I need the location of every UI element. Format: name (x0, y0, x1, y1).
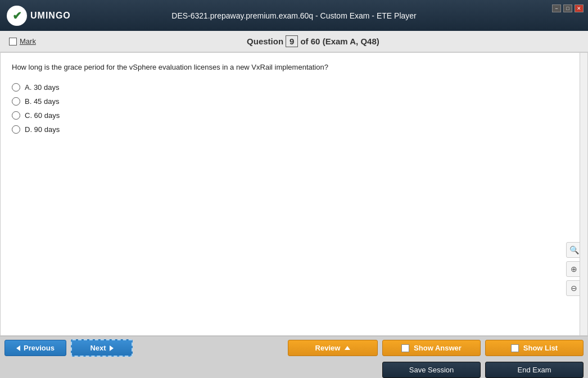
option-item[interactable]: C. 60 days (12, 111, 576, 120)
logo-area: ✔ UMINGO (7, 6, 71, 26)
window-controls: − □ ✕ (552, 4, 584, 12)
close-button[interactable]: ✕ (575, 4, 584, 12)
check-icon: ✔ (12, 9, 22, 22)
next-label: Next (90, 344, 106, 352)
chevron-up-icon (345, 346, 350, 350)
chevron-right-icon (110, 345, 114, 351)
show-list-label: Show List (523, 344, 558, 352)
save-session-label: Save Session (409, 366, 454, 374)
previous-button[interactable]: Previous (4, 340, 66, 356)
next-button[interactable]: Next (71, 339, 133, 357)
show-list-icon (511, 344, 519, 352)
minimize-button[interactable]: − (552, 4, 561, 12)
options-list: A. 30 daysB. 45 daysC. 60 daysD. 90 days (12, 83, 576, 134)
toolbar-row-1: Previous Next Review Show Answer Show Li… (0, 336, 588, 359)
question-number-box: 9 (286, 35, 298, 47)
main-content: How long is the grace period for the vSp… (0, 52, 588, 336)
option-radio-b[interactable] (12, 97, 20, 106)
title-bar: ✔ UMINGO DES-6321.prepaway.premium.exam.… (0, 0, 588, 31)
end-exam-button[interactable]: End Exam (485, 362, 584, 378)
option-label-d: D. 90 days (25, 125, 60, 134)
chevron-left-icon (16, 345, 20, 351)
question-label: Question (247, 37, 283, 46)
app-title: DES-6321.prepaway.premium.exam.60q - Cus… (171, 11, 416, 20)
review-label: Review (315, 344, 341, 352)
show-list-button[interactable]: Show List (485, 340, 584, 356)
mark-area[interactable]: Mark (9, 37, 36, 45)
option-label-b: B. 45 days (25, 97, 59, 106)
option-item[interactable]: A. 30 days (12, 83, 576, 92)
show-answer-icon (401, 344, 409, 352)
bottom-toolbar: Previous Next Review Show Answer Show Li… (0, 336, 588, 378)
show-answer-button[interactable]: Show Answer (382, 340, 481, 356)
toolbar-row-2: Save Session End Exam (0, 359, 588, 378)
option-label-c: C. 60 days (25, 111, 60, 120)
logo-icon: ✔ (7, 6, 27, 26)
maximize-button[interactable]: □ (563, 4, 572, 12)
question-text: How long is the grace period for the vSp… (12, 62, 576, 73)
save-session-button[interactable]: Save Session (382, 362, 481, 378)
question-header: Mark Question 9 of 60 (Exam A, Q48) (0, 31, 588, 52)
option-radio-c[interactable] (12, 111, 20, 120)
option-item[interactable]: B. 45 days (12, 97, 576, 106)
mark-label[interactable]: Mark (20, 37, 36, 45)
option-radio-a[interactable] (12, 83, 20, 92)
option-radio-d[interactable] (12, 125, 20, 134)
option-label-a: A. 30 days (25, 83, 59, 92)
end-exam-label: End Exam (518, 366, 551, 374)
question-number-area: Question 9 of 60 (Exam A, Q48) (47, 35, 579, 47)
question-of-total: of 60 (Exam A, Q48) (300, 37, 379, 46)
previous-label: Previous (24, 344, 55, 352)
option-item[interactable]: D. 90 days (12, 125, 576, 134)
scrollbar-track[interactable] (580, 53, 587, 335)
review-button[interactable]: Review (288, 340, 378, 356)
mark-checkbox[interactable] (9, 38, 17, 45)
show-answer-label: Show Answer (414, 344, 462, 352)
question-area: How long is the grace period for the vSp… (1, 53, 587, 143)
logo-text: UMINGO (30, 11, 71, 21)
